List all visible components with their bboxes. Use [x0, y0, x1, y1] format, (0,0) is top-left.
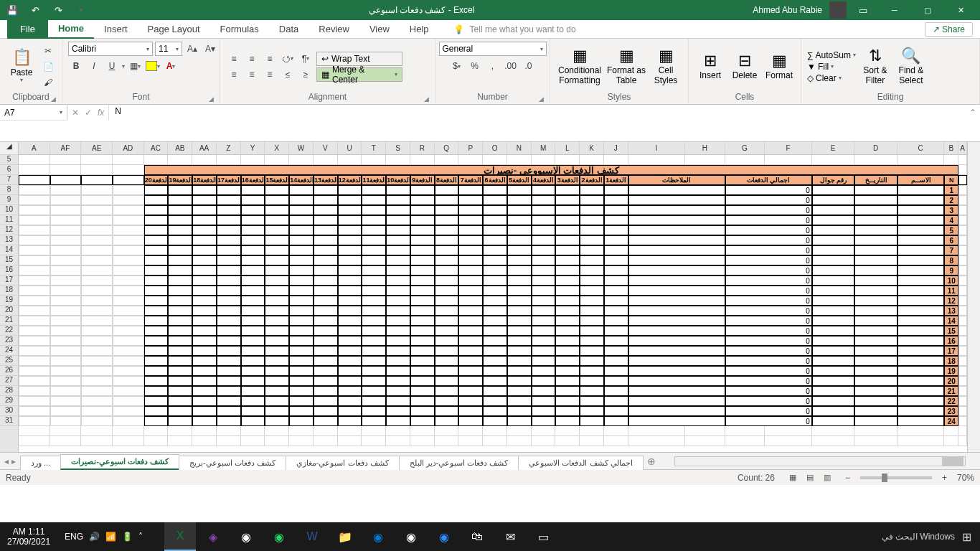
- cell[interactable]: [19, 336, 50, 346]
- cell[interactable]: [314, 286, 338, 296]
- cell[interactable]: [113, 245, 144, 255]
- cell[interactable]: [854, 195, 897, 205]
- cell[interactable]: 0: [725, 296, 812, 306]
- column-header[interactable]: AF: [50, 142, 82, 155]
- merge-center-button[interactable]: ▦Merge & Center▾: [316, 67, 402, 82]
- insert-cells-button[interactable]: ⊞Insert: [694, 44, 726, 90]
- cell[interactable]: [289, 326, 314, 336]
- cell[interactable]: [458, 245, 483, 255]
- cell[interactable]: [50, 346, 82, 356]
- cell[interactable]: [362, 235, 386, 245]
- cell[interactable]: [958, 245, 967, 255]
- cell[interactable]: [532, 286, 556, 296]
- cell[interactable]: [386, 326, 410, 336]
- cell[interactable]: [725, 436, 765, 446]
- cell[interactable]: 13: [944, 306, 958, 316]
- cell[interactable]: [532, 245, 556, 255]
- row-header[interactable]: 5: [0, 155, 18, 165]
- formula-input[interactable]: N: [109, 105, 966, 121]
- row-header[interactable]: 15: [0, 255, 18, 265]
- cell[interactable]: [555, 376, 580, 386]
- cell[interactable]: [958, 296, 967, 306]
- cell[interactable]: [19, 276, 50, 286]
- cell[interactable]: [362, 356, 386, 366]
- font-size-combo[interactable]: 11▾: [155, 42, 182, 56]
- cell[interactable]: N: [944, 175, 958, 185]
- cell[interactable]: [507, 336, 532, 346]
- cell[interactable]: [507, 276, 532, 286]
- column-header[interactable]: W: [289, 142, 314, 155]
- cell[interactable]: [458, 265, 483, 276]
- cell[interactable]: [19, 265, 50, 276]
- cell[interactable]: [958, 225, 967, 235]
- column-header[interactable]: Z: [217, 142, 241, 155]
- cell[interactable]: [410, 205, 435, 215]
- fx-icon[interactable]: fx: [98, 108, 104, 118]
- cell[interactable]: [410, 225, 435, 235]
- cell[interactable]: [435, 296, 459, 306]
- enter-formula-icon[interactable]: ✓: [85, 108, 92, 118]
- column-header[interactable]: J: [604, 142, 628, 155]
- column-header[interactable]: D: [854, 142, 897, 155]
- cell[interactable]: [555, 245, 580, 255]
- cell[interactable]: [958, 155, 967, 165]
- cell[interactable]: الدفعة7: [458, 175, 483, 185]
- cell[interactable]: 0: [725, 406, 812, 416]
- cell[interactable]: [192, 316, 217, 326]
- cell[interactable]: [507, 346, 532, 356]
- cell[interactable]: [628, 426, 685, 436]
- cell[interactable]: 24: [944, 416, 958, 426]
- cell[interactable]: [338, 195, 362, 205]
- cell[interactable]: [555, 265, 580, 276]
- cell[interactable]: [168, 185, 192, 195]
- cell[interactable]: [81, 386, 113, 396]
- cell[interactable]: [144, 426, 169, 436]
- cell[interactable]: [217, 316, 241, 326]
- cell[interactable]: [958, 306, 967, 316]
- cell[interactable]: [483, 356, 507, 366]
- cell[interactable]: [81, 306, 113, 316]
- cell[interactable]: [604, 316, 628, 326]
- cell[interactable]: [192, 336, 217, 346]
- row-header[interactable]: 27: [0, 376, 18, 386]
- cell[interactable]: [458, 426, 483, 436]
- cell[interactable]: [265, 225, 289, 235]
- cell[interactable]: [507, 316, 532, 326]
- cell[interactable]: [113, 336, 144, 346]
- cell[interactable]: [628, 346, 725, 356]
- cell[interactable]: [580, 255, 604, 265]
- sort-filter-button[interactable]: ⇅Sort & Filter: [859, 44, 892, 90]
- cell[interactable]: [580, 195, 604, 205]
- cell[interactable]: [483, 416, 507, 426]
- undo-icon[interactable]: ↶: [26, 1, 44, 19]
- column-header[interactable]: AB: [168, 142, 192, 155]
- column-header[interactable]: AA: [192, 142, 217, 155]
- cell[interactable]: [458, 356, 483, 366]
- cell[interactable]: [532, 215, 556, 225]
- cell[interactable]: [19, 155, 50, 165]
- cell[interactable]: [458, 416, 483, 426]
- cell[interactable]: [765, 155, 812, 165]
- cell[interactable]: 19: [944, 366, 958, 376]
- cell[interactable]: [458, 306, 483, 316]
- cell[interactable]: [113, 215, 144, 225]
- cell[interactable]: [81, 416, 113, 426]
- cell[interactable]: 0: [725, 276, 812, 286]
- cell[interactable]: [168, 265, 192, 276]
- zoom-level[interactable]: 70%: [957, 473, 974, 483]
- cell[interactable]: [580, 436, 604, 446]
- cell[interactable]: [168, 356, 192, 366]
- ribbon-options-icon[interactable]: ▭: [854, 1, 872, 19]
- cell[interactable]: [265, 276, 289, 286]
- cell[interactable]: [289, 245, 314, 255]
- cell[interactable]: [555, 155, 580, 165]
- cut-button[interactable]: ✂: [40, 44, 56, 58]
- cell[interactable]: [113, 235, 144, 245]
- row-header[interactable]: 29: [0, 396, 18, 406]
- cell[interactable]: [362, 245, 386, 255]
- cell[interactable]: [168, 235, 192, 245]
- cell[interactable]: [50, 316, 82, 326]
- cell[interactable]: [289, 185, 314, 195]
- cell[interactable]: [435, 356, 459, 366]
- find-select-button[interactable]: 🔍Find & Select: [895, 44, 928, 90]
